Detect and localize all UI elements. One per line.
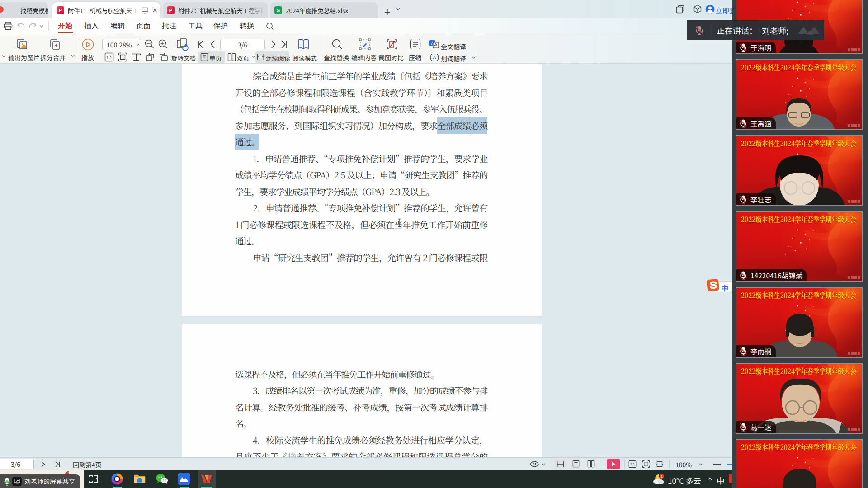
svg-text:1:1: 1:1 [106, 56, 112, 60]
svg-text:1:1: 1:1 [630, 462, 635, 466]
svg-text:1: 1 [661, 474, 663, 479]
svg-text:A: A [433, 55, 436, 60]
